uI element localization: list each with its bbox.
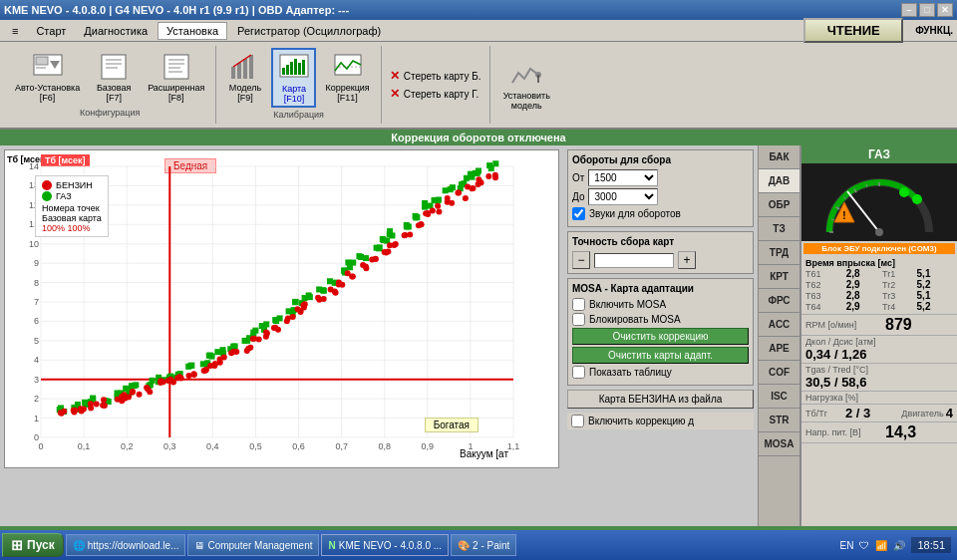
taskbar-item-paint[interactable]: 🎨 2 - Paint [451,534,516,556]
kme-icon: N [328,540,335,551]
start-button[interactable]: ⊞ Пуск [2,533,64,557]
calibration-group-label: Калибрация [273,110,324,120]
svg-rect-23 [302,60,305,75]
sound-checkbox[interactable] [572,207,585,220]
svg-rect-18 [282,68,285,75]
taskbar-item-comp-mgmt[interactable]: 🖥 Computer Management [187,534,319,556]
sidenav-acc[interactable]: ACC [759,313,799,337]
paint-label: 2 - Paint [473,540,509,551]
sidenav-bak[interactable]: БАК [759,145,799,169]
accuracy-plus-button[interactable]: + [678,251,696,269]
legend-benzin-label: БЕНЗИН [56,180,93,190]
mosa-title: MOSA - Карта адаптации [572,283,749,294]
auto-setup-button[interactable]: Авто-Установка[F6] [10,48,85,106]
sidenav-trd[interactable]: ТРД [759,241,799,265]
svg-rect-14 [237,63,241,79]
svg-rect-4 [102,55,126,79]
taskbar: ⊞ Пуск 🌐 https://download.le... 🖥 Comput… [0,530,957,560]
set-model-icon [510,59,542,91]
clear-correction-button[interactable]: Очистить коррекцию [572,328,749,345]
shield-icon: 🛡 [859,540,869,551]
correction-button[interactable]: Коррекция[F11] [320,48,374,108]
toolbar: Авто-Установка[F6] Базовая[F7] Расширенн… [0,42,957,130]
gauge-area: ! [801,163,957,241]
enable-correction-checkbox[interactable] [571,415,584,427]
network-icon: 📶 [875,540,887,551]
enable-mosa-checkbox[interactable] [572,298,585,311]
taskbar-item-kme[interactable]: N KME NEVO - 4.0.8.0 ... [321,534,449,556]
svg-rect-16 [249,55,253,79]
sidenav-tz[interactable]: ТЗ [759,217,799,241]
lang-label: EN [840,540,854,551]
rpm-to-select[interactable]: 300025004000 [588,188,658,205]
svg-rect-21 [294,59,297,75]
erase-b-button[interactable]: ✕ Стереть карту Б. [390,69,481,83]
enable-mosa-label[interactable]: Включить MOSA [572,298,749,311]
sidenav-str[interactable]: STR [759,409,799,432]
enable-correction-label[interactable]: Включить коррекцию д [567,413,754,429]
sidenav-dav[interactable]: ДАВ [759,169,799,193]
menu-registrator[interactable]: Регистратор (Осциллограф) [229,23,389,39]
sidenav-ape[interactable]: АРЕ [759,337,799,361]
set-model-group: Установитьмодель [490,46,563,124]
set-model-button[interactable]: Установитьмодель [498,56,555,114]
map-button[interactable]: Карта[F10] [271,48,316,108]
svg-rect-19 [286,65,289,75]
menu-install[interactable]: Установка [158,22,227,40]
model-button[interactable]: Модель[F9] [222,48,267,108]
chart-container: Тб [мсек] Тб [мсек] БЕНЗИН ГАЗ Номера то… [0,145,563,526]
rpm-from-select[interactable]: 150010002000 [588,169,658,186]
base-button[interactable]: Базовая[F7] [89,48,139,106]
accuracy-value[interactable] [594,253,674,268]
reading-button[interactable]: ЧТЕНИЕ [803,18,903,43]
menu-start[interactable]: Старт [28,23,74,39]
svg-rect-8 [164,55,188,79]
map-icon [278,52,310,84]
menu-icon[interactable]: ≡ [4,23,26,39]
injection-title: Время впрыска [мс] [805,258,953,268]
tb-row: Тб/Тг 2 / 3 Двигатель 4 [801,405,957,422]
load-row: Нагрузка [%] [801,392,957,405]
svg-rect-13 [231,67,235,79]
sidenav-isc[interactable]: ISC [759,385,799,409]
extended-button[interactable]: Расширенная[F8] [143,48,209,106]
auto-setup-icon [32,51,64,83]
accuracy-title: Точность сбора карт [572,236,749,247]
sidenav-kpt[interactable]: КРТ [759,265,799,289]
table-row: T632,8 Tr35,1 [805,290,953,301]
accuracy-minus-button[interactable]: − [572,251,590,269]
show-table-checkbox[interactable] [572,366,585,379]
injection-table: T612,8 Tr15,1 T622,9 Tr25,2 T632,8 Tr35,… [805,268,953,312]
clear-map-button[interactable]: Очистить карты адапт. [572,347,749,364]
tb-row-label: Тб/Тг [805,409,845,419]
dcol-value: 0,34 / 1,26 [805,347,953,362]
dcol-row: Дкол / Дсис [атм] 0,34 / 1,26 [801,336,957,364]
from-label: От [572,172,584,183]
taskbar-right: EN 🛡 📶 🔊 18:51 [840,537,955,553]
sidenav-cof[interactable]: COF [759,361,799,385]
title-text: KME NEVO - 4.0.8.0 | G4 NEVO - 4.0H r1 (… [4,4,349,16]
browser-label: https://download.le... [88,540,179,551]
svg-rect-20 [290,62,293,75]
menu-diagnostics[interactable]: Диагностика [76,23,156,39]
sound-checkbox-label[interactable]: Звуки для оборотов [572,207,749,220]
svg-rect-1 [36,57,48,65]
sidenav-mosa[interactable]: MOSA [759,432,799,456]
model-icon [229,51,261,83]
load-label: Нагрузка [%] [805,393,885,403]
info-panel: ГАЗ [799,145,957,526]
block-mosa-checkbox[interactable] [572,313,585,326]
show-table-label[interactable]: Показать таблицу [572,366,749,379]
windows-icon: ⊞ [11,537,23,553]
benzin-file-button[interactable]: Карта БЕНЗИНА из файла [567,390,754,409]
clock: 18:51 [911,537,951,553]
sidenav-frc[interactable]: ФРС [759,289,799,313]
taskbar-item-browser[interactable]: 🌐 https://download.le... [66,534,186,556]
erase-g-button[interactable]: ✕ Стереть карту Г. [390,87,481,101]
rpm-section: Обороты для сбора От 150010002000 До 300… [567,149,754,227]
set-model-label: Установитьмодель [503,91,550,111]
kme-label: KME NEVO - 4.0.8.0 ... [339,540,442,551]
sidenav: БАК ДАВ ОБР ТЗ ТРД КРТ ФРС ACC АРЕ COF I… [758,145,799,526]
block-mosa-label[interactable]: Блокировать MOSA [572,313,749,326]
sidenav-obr[interactable]: ОБР [759,193,799,217]
